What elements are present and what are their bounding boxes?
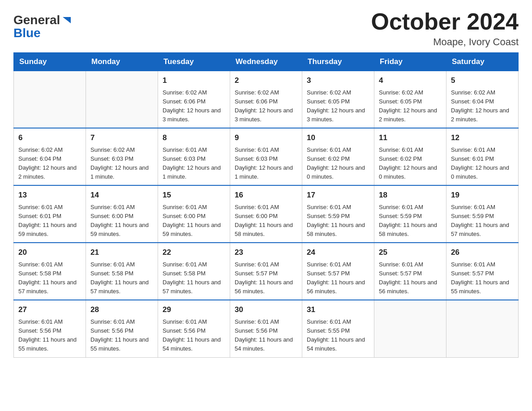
logo-triangle-icon	[62, 15, 72, 25]
day-info: Sunrise: 6:02 AMSunset: 6:04 PMDaylight:…	[451, 88, 514, 124]
day-of-week-header: Friday	[374, 53, 446, 71]
day-number: 21	[90, 247, 153, 258]
day-number: 29	[163, 304, 225, 316]
day-number: 27	[18, 304, 81, 316]
day-number: 15	[163, 189, 225, 201]
calendar-cell: 11Sunrise: 6:01 AMSunset: 6:02 PMDayligh…	[374, 128, 446, 185]
day-info: Sunrise: 6:01 AMSunset: 5:57 PMDaylight:…	[451, 260, 514, 296]
day-number: 24	[307, 247, 369, 258]
day-number: 25	[379, 247, 442, 258]
calendar-week-row: 27Sunrise: 6:01 AMSunset: 5:56 PMDayligh…	[14, 300, 519, 357]
day-number: 26	[451, 247, 514, 258]
day-number: 19	[451, 189, 514, 201]
calendar-table: SundayMondayTuesdayWednesdayThursdayFrid…	[13, 52, 519, 357]
calendar-cell: 29Sunrise: 6:01 AMSunset: 5:56 PMDayligh…	[158, 300, 230, 357]
day-info: Sunrise: 6:01 AMSunset: 6:01 PMDaylight:…	[18, 203, 81, 239]
day-number: 8	[163, 132, 225, 144]
calendar-header-row: SundayMondayTuesdayWednesdayThursdayFrid…	[14, 53, 519, 71]
calendar-cell	[374, 300, 446, 357]
day-number: 17	[307, 189, 369, 201]
day-number: 5	[451, 75, 514, 86]
calendar-cell	[14, 71, 86, 128]
logo-blue-text: Blue	[13, 27, 41, 39]
day-of-week-header: Wednesday	[230, 53, 302, 71]
calendar-cell: 23Sunrise: 6:01 AMSunset: 5:57 PMDayligh…	[230, 243, 302, 300]
calendar-cell	[446, 300, 519, 357]
title-block: October 2024 Moape, Ivory Coast	[371, 9, 519, 48]
day-number: 4	[379, 75, 442, 86]
svg-marker-0	[63, 17, 71, 23]
day-info: Sunrise: 6:01 AMSunset: 6:03 PMDaylight:…	[163, 146, 225, 182]
day-number: 2	[235, 75, 297, 86]
day-info: Sunrise: 6:01 AMSunset: 5:58 PMDaylight:…	[163, 260, 225, 296]
day-number: 1	[163, 75, 225, 86]
calendar-cell	[86, 71, 158, 128]
day-number: 31	[307, 304, 369, 316]
calendar-cell: 14Sunrise: 6:01 AMSunset: 6:00 PMDayligh…	[86, 185, 158, 243]
calendar-cell: 20Sunrise: 6:01 AMSunset: 5:58 PMDayligh…	[14, 243, 86, 300]
day-info: Sunrise: 6:01 AMSunset: 5:59 PMDaylight:…	[451, 203, 514, 239]
day-info: Sunrise: 6:02 AMSunset: 6:04 PMDaylight:…	[18, 146, 81, 182]
day-info: Sunrise: 6:01 AMSunset: 5:59 PMDaylight:…	[307, 203, 369, 239]
calendar-cell: 9Sunrise: 6:01 AMSunset: 6:03 PMDaylight…	[230, 128, 302, 185]
day-info: Sunrise: 6:01 AMSunset: 5:56 PMDaylight:…	[18, 317, 81, 354]
calendar-cell: 22Sunrise: 6:01 AMSunset: 5:58 PMDayligh…	[158, 243, 230, 300]
day-info: Sunrise: 6:02 AMSunset: 6:03 PMDaylight:…	[90, 146, 153, 182]
day-info: Sunrise: 6:01 AMSunset: 6:01 PMDaylight:…	[451, 146, 514, 182]
calendar-cell: 24Sunrise: 6:01 AMSunset: 5:57 PMDayligh…	[302, 243, 374, 300]
calendar-cell: 30Sunrise: 6:01 AMSunset: 5:56 PMDayligh…	[230, 300, 302, 357]
day-info: Sunrise: 6:01 AMSunset: 5:58 PMDaylight:…	[18, 260, 81, 296]
day-info: Sunrise: 6:01 AMSunset: 6:02 PMDaylight:…	[379, 146, 442, 182]
day-number: 7	[90, 132, 153, 144]
calendar-cell: 2Sunrise: 6:02 AMSunset: 6:06 PMDaylight…	[230, 71, 302, 128]
day-info: Sunrise: 6:01 AMSunset: 6:00 PMDaylight:…	[235, 203, 297, 239]
calendar-cell: 6Sunrise: 6:02 AMSunset: 6:04 PMDaylight…	[14, 128, 86, 185]
calendar-cell: 12Sunrise: 6:01 AMSunset: 6:01 PMDayligh…	[446, 128, 519, 185]
logo: General Blue	[13, 13, 72, 39]
calendar-week-row: 13Sunrise: 6:01 AMSunset: 6:01 PMDayligh…	[14, 185, 519, 243]
calendar-cell: 15Sunrise: 6:01 AMSunset: 6:00 PMDayligh…	[158, 185, 230, 243]
day-info: Sunrise: 6:02 AMSunset: 6:05 PMDaylight:…	[307, 88, 369, 124]
calendar-cell: 21Sunrise: 6:01 AMSunset: 5:58 PMDayligh…	[86, 243, 158, 300]
logo-general-text: General	[13, 14, 60, 26]
day-number: 10	[307, 132, 369, 144]
day-of-week-header: Thursday	[302, 53, 374, 71]
day-info: Sunrise: 6:01 AMSunset: 5:57 PMDaylight:…	[307, 260, 369, 296]
day-number: 12	[451, 132, 514, 144]
day-info: Sunrise: 6:01 AMSunset: 5:57 PMDaylight:…	[379, 260, 442, 296]
day-number: 16	[235, 189, 297, 201]
day-number: 18	[379, 189, 442, 201]
calendar-week-row: 6Sunrise: 6:02 AMSunset: 6:04 PMDaylight…	[14, 128, 519, 185]
calendar-cell: 13Sunrise: 6:01 AMSunset: 6:01 PMDayligh…	[14, 185, 86, 243]
day-number: 22	[163, 247, 225, 258]
day-info: Sunrise: 6:01 AMSunset: 5:59 PMDaylight:…	[379, 203, 442, 239]
day-of-week-header: Tuesday	[158, 53, 230, 71]
calendar-cell: 18Sunrise: 6:01 AMSunset: 5:59 PMDayligh…	[374, 185, 446, 243]
month-title: October 2024	[371, 9, 519, 34]
day-info: Sunrise: 6:01 AMSunset: 5:58 PMDaylight:…	[90, 260, 153, 296]
day-number: 9	[235, 132, 297, 144]
day-number: 3	[307, 75, 369, 86]
calendar-cell: 10Sunrise: 6:01 AMSunset: 6:02 PMDayligh…	[302, 128, 374, 185]
day-info: Sunrise: 6:01 AMSunset: 5:56 PMDaylight:…	[90, 317, 153, 354]
calendar-week-row: 1Sunrise: 6:02 AMSunset: 6:06 PMDaylight…	[14, 71, 519, 128]
day-number: 14	[90, 189, 153, 201]
calendar-cell: 3Sunrise: 6:02 AMSunset: 6:05 PMDaylight…	[302, 71, 374, 128]
day-number: 30	[235, 304, 297, 316]
calendar-cell: 27Sunrise: 6:01 AMSunset: 5:56 PMDayligh…	[14, 300, 86, 357]
page-header: General Blue October 2024 Moape, Ivory C…	[13, 9, 519, 48]
calendar-cell: 17Sunrise: 6:01 AMSunset: 5:59 PMDayligh…	[302, 185, 374, 243]
day-info: Sunrise: 6:02 AMSunset: 6:05 PMDaylight:…	[379, 88, 442, 124]
day-number: 13	[18, 189, 81, 201]
location: Moape, Ivory Coast	[371, 36, 519, 48]
day-of-week-header: Sunday	[14, 53, 86, 71]
calendar-cell: 4Sunrise: 6:02 AMSunset: 6:05 PMDaylight…	[374, 71, 446, 128]
calendar-cell: 5Sunrise: 6:02 AMSunset: 6:04 PMDaylight…	[446, 71, 519, 128]
calendar-cell: 8Sunrise: 6:01 AMSunset: 6:03 PMDaylight…	[158, 128, 230, 185]
calendar-cell: 31Sunrise: 6:01 AMSunset: 5:55 PMDayligh…	[302, 300, 374, 357]
calendar-cell: 19Sunrise: 6:01 AMSunset: 5:59 PMDayligh…	[446, 185, 519, 243]
day-number: 28	[90, 304, 153, 316]
day-info: Sunrise: 6:01 AMSunset: 5:56 PMDaylight:…	[163, 317, 225, 354]
calendar-cell: 16Sunrise: 6:01 AMSunset: 6:00 PMDayligh…	[230, 185, 302, 243]
day-info: Sunrise: 6:01 AMSunset: 6:00 PMDaylight:…	[163, 203, 225, 239]
